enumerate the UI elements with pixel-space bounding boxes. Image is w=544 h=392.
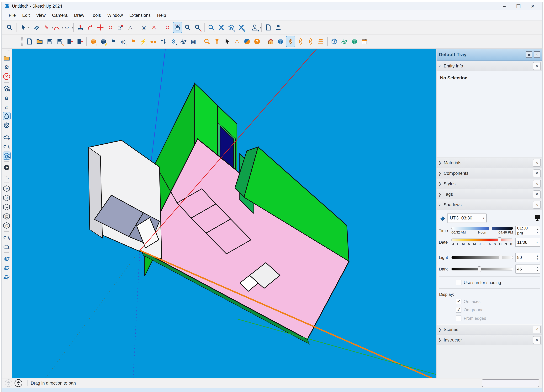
menu-help[interactable]: Help [154, 12, 169, 19]
menu-extensions[interactable]: Extensions [126, 12, 154, 19]
new-space-type-tool[interactable]: ⚑ [109, 36, 118, 47]
rail-close-red[interactable]: ✕ [3, 72, 11, 81]
rail-hex-select[interactable]: ▢ [3, 221, 11, 230]
axes-tool[interactable]: ✕ [149, 22, 159, 33]
search-spaces-tool[interactable]: ◎+ [118, 36, 128, 47]
tray-close-icon[interactable]: ✕ [534, 51, 540, 58]
timezone-select[interactable]: UTC+03:30 ▾ [447, 213, 487, 223]
menu-tools[interactable]: Tools [88, 12, 104, 19]
rail-house-50[interactable]: ⌂50 [3, 94, 11, 102]
time-slider-thumb[interactable] [489, 226, 492, 231]
dark-slider-thumb[interactable] [478, 266, 481, 272]
chevron-down-icon[interactable]: ▼ [534, 241, 540, 244]
rail-layers-visibility[interactable]: ◉ [3, 84, 11, 92]
info-select-tool[interactable] [222, 36, 232, 47]
components-close-icon[interactable]: ✕ [533, 169, 541, 177]
render-defaults-tool[interactable] [212, 36, 222, 47]
render-by-normal[interactable] [296, 36, 305, 47]
scale-tool[interactable] [116, 22, 125, 33]
menu-camera[interactable]: Camera [49, 12, 71, 19]
rail-cloud-remove[interactable]: ✕ [3, 133, 11, 141]
rail-house-75[interactable]: ⌂75 [3, 103, 11, 111]
window-panes-tool[interactable]: ▦ [189, 36, 198, 47]
panel-tags-header[interactable]: ❯ Tags ✕ [437, 189, 542, 199]
rail-guide-line[interactable]: ⋱ [3, 173, 11, 181]
chevron-right-icon[interactable]: ❯ [438, 327, 444, 332]
menu-draw[interactable]: Draw [71, 12, 87, 19]
zoom-camera-tool[interactable] [183, 22, 192, 33]
rail-hex-disable[interactable]: ⊘ [3, 194, 11, 202]
new-document-button[interactable] [264, 22, 273, 33]
measurements-field[interactable] [482, 379, 539, 387]
add-location-tool[interactable]: ●▾ [250, 22, 260, 33]
panel-instructor-header[interactable]: ❯ Instructor ✕ [437, 335, 542, 345]
menu-window[interactable]: Window [104, 12, 126, 19]
toggle-shadows-button[interactable] [535, 215, 540, 221]
surface-search-tool[interactable] [202, 36, 212, 47]
light-value-field[interactable]: 80 ▲▼ [515, 253, 540, 262]
render-by-class-tool[interactable] [242, 36, 252, 47]
styles-close-icon[interactable]: ✕ [533, 180, 541, 188]
rail-grip[interactable] [3, 50, 10, 52]
dropdown-caret-icon[interactable]: ▾ [260, 26, 261, 29]
light-slider-thumb[interactable] [499, 255, 502, 260]
dark-spinner[interactable]: ▲▼ [535, 266, 540, 272]
import-idf-button[interactable]: IDF [65, 36, 74, 47]
select-tool[interactable]: ▾ [18, 22, 28, 33]
date-slider[interactable] [451, 238, 513, 242]
eraser-tool[interactable] [32, 22, 41, 33]
render-by-surface-type[interactable] [286, 36, 295, 47]
preferences-tool[interactable]: ⚙✕ [169, 36, 178, 47]
rail-cloud-sync[interactable]: ↻ [3, 242, 11, 251]
rail-open-folder[interactable] [3, 54, 11, 62]
render-by-space-type[interactable] [340, 36, 349, 47]
dropdown-caret-icon[interactable]: ▾ [28, 26, 30, 29]
zoom-extents-tool[interactable]: ✕ [193, 22, 202, 33]
new-space-tool[interactable]: + [89, 36, 98, 47]
shadows-close-icon[interactable]: ✕ [533, 201, 541, 209]
inspect-download-extension[interactable]: ↓ [207, 22, 216, 33]
from-edges-checkbox[interactable] [456, 316, 461, 321]
chevron-right-icon[interactable]: ❯ [438, 338, 444, 342]
menu-file[interactable]: File [6, 12, 19, 19]
render-by-thermal-zone[interactable] [350, 36, 359, 47]
push-pull-tool[interactable] [76, 22, 85, 33]
date-value-field[interactable]: 11/08 ▼ [515, 238, 540, 247]
toolbar-grip[interactable] [21, 37, 23, 46]
space-diagram-tool[interactable]: ⚡ [99, 36, 108, 47]
rail-cloud-add[interactable]: + [3, 233, 11, 242]
previous-next-view-extension[interactable] [217, 22, 226, 33]
line-tool[interactable]: ✎▾ [42, 22, 51, 33]
panel-entity-info-header[interactable]: ∨ Entity Info ✕ [437, 61, 542, 71]
on-ground-checkbox[interactable] [456, 307, 461, 313]
panel-components-header[interactable]: ❯ Components ✕ [437, 168, 542, 179]
use-sun-checkbox[interactable] [456, 280, 461, 285]
dark-slider[interactable] [451, 268, 513, 271]
rail-settings[interactable]: ⚙ [3, 63, 11, 71]
protractor-tool[interactable]: △ [126, 22, 135, 33]
close-button[interactable]: ✕ [526, 2, 540, 10]
geolocation-icon[interactable] [5, 379, 12, 387]
light-slider[interactable] [451, 256, 513, 259]
panel-styles-header[interactable]: ❯ Styles ✕ [437, 179, 542, 189]
rail-panel-grid-1[interactable] [3, 254, 11, 263]
menu-edit[interactable]: Edit [19, 12, 33, 19]
model-viewport[interactable] [12, 49, 436, 378]
follow-me-tool[interactable] [86, 22, 95, 33]
chevron-down-icon[interactable]: ∨ [438, 64, 444, 68]
render-by-surface-house[interactable] [266, 36, 275, 47]
minimize-button[interactable]: – [497, 2, 511, 10]
rail-hex-cloud[interactable]: ☁ [3, 203, 11, 211]
time-slider[interactable] [451, 227, 513, 230]
move-tool[interactable] [96, 22, 105, 33]
chevron-right-icon[interactable]: ❯ [438, 192, 444, 196]
on-faces-checkbox[interactable] [456, 299, 461, 304]
show-errors-tool[interactable]: ⚠ [232, 36, 242, 47]
rail-panel-grid-2[interactable] [3, 264, 11, 272]
wireframe-view-tool[interactable] [330, 36, 339, 47]
render-by-boundary[interactable] [306, 36, 315, 47]
pan-tool[interactable] [173, 22, 182, 33]
rail-panel-grid-3[interactable] [3, 273, 11, 281]
dropdown-caret-icon[interactable]: ▾ [72, 26, 73, 29]
tray-header[interactable]: Default Tray ▣ ✕ [437, 49, 542, 61]
